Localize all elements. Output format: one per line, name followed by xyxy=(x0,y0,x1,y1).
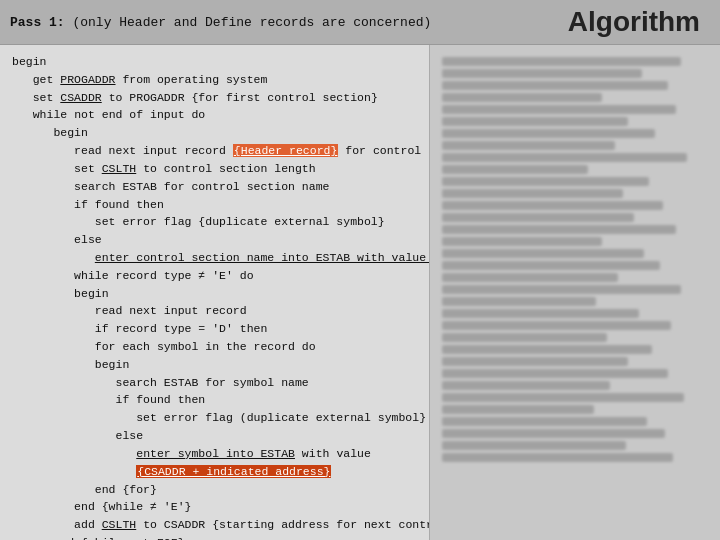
blur-line xyxy=(442,93,602,102)
blur-line xyxy=(442,201,663,210)
while-keyword: while xyxy=(33,108,68,121)
header-description-text: (only Header and Define records are conc… xyxy=(72,15,431,30)
code-block: begin get PROGADDR from operating system… xyxy=(12,53,417,540)
blur-line xyxy=(442,117,628,126)
blur-line xyxy=(442,309,639,318)
blur-line xyxy=(442,177,649,186)
header-bar: Pass 1: (only Header and Define records … xyxy=(0,0,720,45)
blur-line xyxy=(442,153,687,162)
blur-line xyxy=(442,381,610,390)
algo-title: Algorithm xyxy=(568,6,700,38)
blur-line xyxy=(442,441,626,450)
blur-line xyxy=(442,81,668,90)
blur-line xyxy=(442,129,655,138)
blur-line xyxy=(442,453,673,462)
pass-label: Pass 1: xyxy=(10,15,65,30)
code-panel: begin get PROGADDR from operating system… xyxy=(0,45,430,540)
right-blurred-content xyxy=(438,53,712,466)
blur-line xyxy=(442,189,623,198)
blur-line xyxy=(442,429,665,438)
blur-line xyxy=(442,261,660,270)
blur-line xyxy=(442,141,615,150)
blur-line xyxy=(442,333,607,342)
header-description: Pass 1: (only Header and Define records … xyxy=(10,15,431,30)
blur-line xyxy=(442,225,676,234)
blur-line xyxy=(442,321,671,330)
blur-line xyxy=(442,357,628,366)
blur-line xyxy=(442,165,588,174)
right-panel xyxy=(430,45,720,540)
blur-line xyxy=(442,237,602,246)
blur-line xyxy=(442,213,634,222)
blur-line xyxy=(442,105,676,114)
blur-line xyxy=(442,417,647,426)
blur-line xyxy=(442,57,681,66)
blur-line xyxy=(442,345,652,354)
blur-line xyxy=(442,285,681,294)
blur-line xyxy=(442,249,644,258)
blur-line xyxy=(442,69,642,78)
blur-line xyxy=(442,369,668,378)
blur-line xyxy=(442,405,594,414)
slide: Pass 1: (only Header and Define records … xyxy=(0,0,720,540)
blur-line xyxy=(442,273,618,282)
main-content: begin get PROGADDR from operating system… xyxy=(0,45,720,540)
blur-line xyxy=(442,393,684,402)
blur-line xyxy=(442,297,596,306)
